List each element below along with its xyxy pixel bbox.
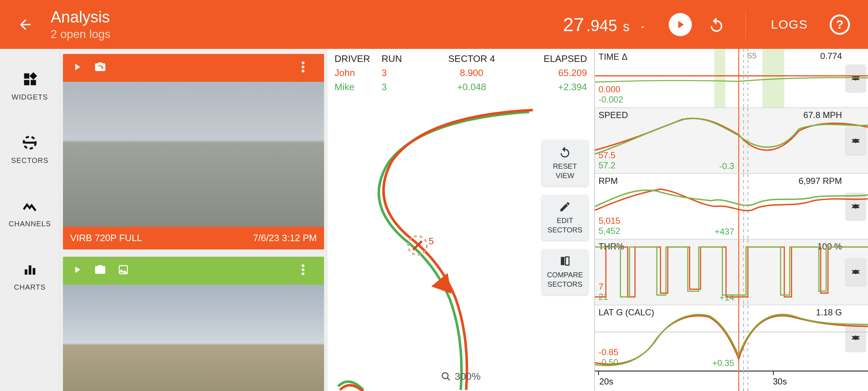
axis-tick-20s: 20s — [599, 377, 613, 387]
header-divider — [745, 10, 746, 39]
driver-run-1: 3 — [382, 67, 414, 79]
sidebar-label: WIDGETS — [12, 93, 48, 101]
chart-rpm[interactable]: RPM 6,997 RPM 5,015 5,452 +437 — [595, 174, 868, 239]
edit-sectors-button[interactable]: EDIT SECTORS — [541, 195, 588, 240]
svg-rect-20 — [565, 257, 569, 265]
video-thumbnail-1[interactable] — [63, 82, 324, 227]
chart-scale-button[interactable] — [846, 258, 866, 286]
chart-scale-button[interactable] — [846, 127, 866, 155]
app-header: Analysis 2 open logs 27 .945 s LOGS ? — [0, 0, 868, 49]
chart-title: RPM — [599, 176, 618, 186]
rpm-delta: +437 — [715, 227, 734, 237]
edit-sectors-label: EDIT SECTORS — [544, 216, 586, 235]
back-button[interactable] — [11, 17, 40, 33]
elapsed-time-dropdown[interactable]: 27 .945 s — [563, 14, 647, 35]
chart-title: SPEED — [599, 110, 628, 120]
sidebar-label: SECTORS — [11, 156, 48, 165]
thr-right: 100 % — [817, 241, 842, 252]
search-icon — [441, 371, 451, 382]
video-timestamp: 7/6/23 3:12 PM — [253, 232, 317, 244]
track-column: DRIVER RUN SECTOR 4 ELAPSED John 3 8.900… — [327, 49, 595, 391]
chart-scale-button[interactable] — [846, 193, 866, 220]
svg-rect-3 — [29, 72, 37, 80]
speed-right: 67.8 MPH — [803, 110, 842, 120]
more-icon[interactable] — [302, 264, 305, 277]
svg-rect-1 — [24, 80, 29, 85]
chevron-down-icon — [638, 17, 648, 35]
sidebar-item-channels[interactable]: CHANNELS — [9, 197, 51, 228]
help-button[interactable]: ? — [830, 14, 850, 35]
latg-v2: -0.50 — [599, 357, 618, 367]
driver-run-2: 3 — [382, 81, 414, 93]
reset-view-button[interactable]: RESET VIEW — [541, 140, 588, 186]
track-map[interactable]: 5 RESET VIEW EDIT SECTORS COMPARE SECTOR… — [327, 93, 594, 391]
sidebar-label: CHARTS — [14, 283, 46, 291]
axis-tick-30s: 30s — [773, 377, 787, 387]
time-axis: 20s 30s — [595, 371, 868, 391]
svg-rect-7 — [29, 265, 31, 275]
logs-button[interactable]: LOGS — [771, 17, 808, 31]
svg-point-21 — [442, 373, 448, 379]
sector-marker-5: 5 — [429, 236, 434, 247]
track-header: DRIVER RUN SECTOR 4 ELAPSED John 3 8.900… — [327, 49, 594, 93]
chart-scale-button[interactable] — [846, 324, 866, 352]
sidebar: WIDGETS SECTORS CHANNELS CHARTS — [0, 49, 60, 391]
speed-delta: -0.3 — [719, 161, 734, 171]
svg-line-22 — [447, 378, 450, 381]
speed-v2: 57.2 — [599, 160, 616, 171]
svg-point-9 — [302, 62, 305, 64]
reset-button[interactable] — [705, 13, 728, 36]
svg-point-15 — [302, 273, 305, 276]
video-column: VIRB 720P FULL 7/6/23 3:12 PM — [60, 49, 327, 391]
svg-rect-2 — [30, 80, 36, 85]
chart-speed[interactable]: SPEED 67.8 MPH 57.5 57.2 -0.3 — [595, 108, 868, 173]
rpm-right: 6,997 RPM — [799, 176, 842, 186]
image-icon[interactable] — [118, 264, 129, 277]
svg-point-13 — [302, 264, 305, 267]
more-icon[interactable] — [302, 62, 305, 74]
sidebar-item-charts[interactable]: CHARTS — [14, 261, 46, 291]
compare-sectors-button[interactable]: COMPARE SECTORS — [541, 249, 588, 295]
chart-latg[interactable]: LAT G (CALC) 1.18 G -0.85 -0.50 +0.35 — [595, 305, 868, 371]
camera-flip-icon[interactable] — [93, 264, 107, 277]
latg-delta: +0.35 — [712, 358, 734, 368]
svg-point-10 — [302, 66, 305, 69]
chart-timedelta[interactable]: S5 0.774 TIME Δ 0.000 -0.002 — [595, 49, 868, 108]
zoom-value: 300% — [455, 371, 481, 382]
thr-v2: 21 — [599, 292, 608, 302]
svg-rect-24 — [762, 49, 784, 108]
camera-flip-icon[interactable] — [93, 61, 107, 75]
time-fraction: .945 — [586, 17, 617, 35]
driver-sector-1: 8.900 — [414, 67, 529, 79]
video-thumbnail-2[interactable] — [63, 285, 324, 391]
page-title: Analysis — [51, 8, 110, 26]
chart-title: LAT G (CALC) — [599, 307, 654, 318]
charts-column: S5 0.774 TIME Δ 0.000 -0.002 SPEED 67.8 — [595, 49, 868, 391]
sidebar-item-sectors[interactable]: SECTORS — [11, 134, 48, 165]
sidebar-item-widgets[interactable]: WIDGETS — [12, 71, 48, 101]
driver-sector-2: +0.048 — [414, 81, 529, 93]
timedelta-v2: -0.002 — [599, 94, 623, 105]
svg-rect-8 — [33, 268, 35, 274]
play-icon[interactable] — [72, 62, 82, 74]
hdr-driver: DRIVER — [335, 53, 382, 64]
driver-elapsed-1: 65.209 — [529, 67, 587, 79]
chart-thr[interactable]: THR% 100 % 7 21 +14 — [595, 239, 868, 305]
rpm-v1: 5,015 — [599, 216, 620, 226]
svg-point-14 — [302, 268, 305, 271]
play-button[interactable] — [669, 13, 692, 36]
reset-view-label: RESET VIEW — [544, 161, 586, 180]
chart-scale-button[interactable] — [846, 64, 866, 92]
video-card-1-bar — [63, 54, 324, 82]
video-card-1: VIRB 720P FULL 7/6/23 3:12 PM — [63, 54, 324, 249]
timedelta-far-right: 0.774 — [820, 51, 842, 61]
chart-title: THR% — [599, 241, 624, 252]
zoom-display: 300% — [441, 371, 481, 382]
play-icon[interactable] — [72, 264, 82, 277]
time-unit: s — [623, 19, 630, 34]
channels-icon — [21, 197, 38, 215]
video-name: VIRB 720P FULL — [70, 232, 142, 244]
map-buttons: RESET VIEW EDIT SECTORS COMPARE SECTORS — [541, 140, 588, 295]
video-card-2-bar — [63, 257, 324, 285]
video-card-2 — [63, 257, 324, 391]
